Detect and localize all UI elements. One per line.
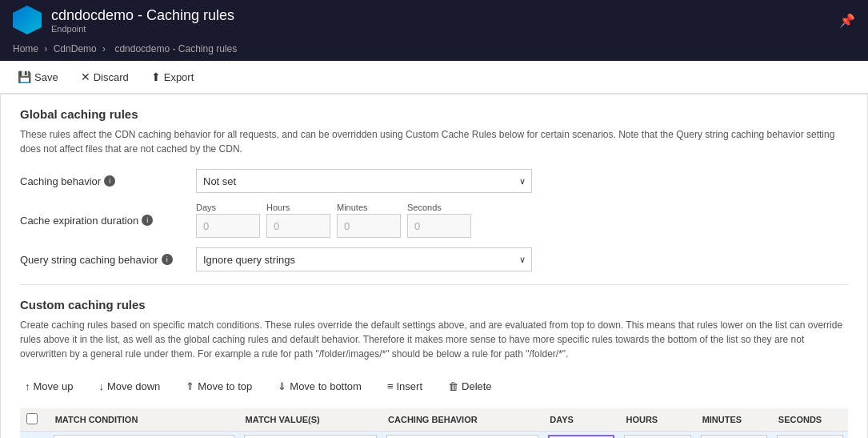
move-to-top-button[interactable]: ⇑ Move to top (181, 377, 257, 396)
days-label: Days (196, 203, 260, 212)
move-down-button[interactable]: ↓ Move down (94, 377, 165, 396)
breadcrumb: Home › CdnDemo › cdndocdemo - Caching ru… (0, 40, 868, 61)
global-section-title: Global caching rules (20, 107, 848, 121)
select-all-checkbox[interactable] (26, 413, 38, 424)
pin-icon[interactable]: 📌 (839, 13, 855, 28)
export-icon: ⬆ (151, 70, 161, 83)
row1-minutes-input[interactable] (701, 435, 767, 438)
export-button[interactable]: ⬆ Export (146, 67, 199, 86)
insert-icon: ≡ (387, 380, 394, 392)
cache-expiration-info-icon[interactable]: i (142, 215, 153, 226)
row1-caching-behavior-select[interactable]: Bypass cache Not set Override Set if mis… (386, 435, 538, 438)
query-string-row: Query string caching behavior i Ignore q… (20, 247, 848, 271)
minutes-input[interactable] (337, 214, 401, 238)
cache-expiration-label: Cache expiration duration (20, 215, 138, 227)
custom-section-desc: Create caching rules based on specific m… (20, 318, 848, 361)
move-up-icon: ↑ (25, 380, 30, 392)
delete-button[interactable]: 🗑 Delete (443, 377, 497, 396)
main-content: Global caching rules These rules affect … (0, 94, 868, 438)
row1-match-value-input[interactable] (244, 435, 377, 438)
custom-section-title: Custom caching rules (20, 298, 848, 311)
page-subtitle: Endpoint (51, 24, 234, 34)
col-match-values: MATCH VALUE(S) (239, 408, 382, 432)
discard-button[interactable]: ✕ Discard (76, 67, 134, 86)
caching-behavior-label: Caching behavior (20, 175, 101, 187)
col-match-condition: MATCH CONDITION (49, 408, 239, 432)
query-string-label: Query string caching behavior (20, 254, 158, 266)
section-divider (20, 284, 848, 285)
move-to-top-icon: ⇑ (186, 380, 194, 392)
caching-behavior-info-icon[interactable]: i (104, 175, 115, 187)
breadcrumb-home[interactable]: Home (13, 43, 38, 54)
cache-expiration-row: Cache expiration duration i Days Hours M… (20, 203, 848, 238)
insert-button[interactable]: ≡ Insert (382, 377, 427, 396)
save-icon: 💾 (18, 70, 31, 83)
global-section-desc: These rules affect the CDN caching behav… (20, 127, 848, 156)
col-minutes: MINUTES (696, 408, 772, 432)
move-to-bottom-button[interactable]: ⇓ Move to bottom (273, 377, 366, 396)
col-days: DAYS (543, 408, 619, 432)
discard-icon: ✕ (81, 70, 90, 83)
col-caching-behavior: CACHING BEHAVIOR (382, 408, 543, 432)
caching-behavior-select[interactable]: Not set Bypass cache Override Set if mis… (196, 169, 532, 193)
caching-behavior-row: Caching behavior i Not set Bypass cache … (20, 169, 848, 193)
query-string-select[interactable]: Ignore query strings Bypass caching Use … (196, 247, 532, 271)
seconds-label: Seconds (407, 203, 471, 212)
days-input[interactable] (196, 214, 260, 238)
table-row: Path Extension Bypass cache Not set Over… (20, 432, 848, 439)
row1-seconds-input[interactable] (777, 435, 843, 438)
title-bar: cdndocdemo - Caching rules Endpoint 📌 (0, 0, 868, 40)
row1-hours-input[interactable] (624, 435, 690, 438)
row1-days-input[interactable] (548, 435, 614, 438)
move-up-button[interactable]: ↑ Move up (20, 377, 78, 396)
breadcrumb-current: cdndocdemo - Caching rules (114, 43, 237, 54)
minutes-label: Minutes (337, 203, 401, 212)
seconds-input[interactable] (407, 214, 471, 238)
delete-icon: 🗑 (448, 380, 458, 392)
main-toolbar: 💾 Save ✕ Discard ⬆ Export (0, 61, 868, 94)
move-down-icon: ↓ (98, 380, 104, 392)
col-seconds: SECONDS (772, 408, 848, 432)
query-string-info-icon[interactable]: i (162, 254, 173, 265)
col-hours: HOURS (619, 408, 695, 432)
hours-input[interactable] (266, 214, 330, 238)
hours-label: Hours (266, 203, 330, 212)
app-icon (13, 6, 42, 34)
custom-rules-toolbar: ↑ Move up ↓ Move down ⇑ Move to top ⇓ Mo… (20, 374, 848, 399)
move-to-bottom-icon: ⇓ (278, 380, 286, 392)
row1-match-condition-select[interactable]: Path Extension (54, 435, 234, 438)
page-title: cdndocdemo - Caching rules (51, 7, 234, 24)
custom-rules-table: MATCH CONDITION MATCH VALUE(S) CACHING B… (20, 408, 848, 438)
breadcrumb-cdndemo[interactable]: CdnDemo (54, 43, 97, 54)
table-header-row: MATCH CONDITION MATCH VALUE(S) CACHING B… (20, 408, 848, 432)
save-button[interactable]: 💾 Save (13, 67, 63, 86)
